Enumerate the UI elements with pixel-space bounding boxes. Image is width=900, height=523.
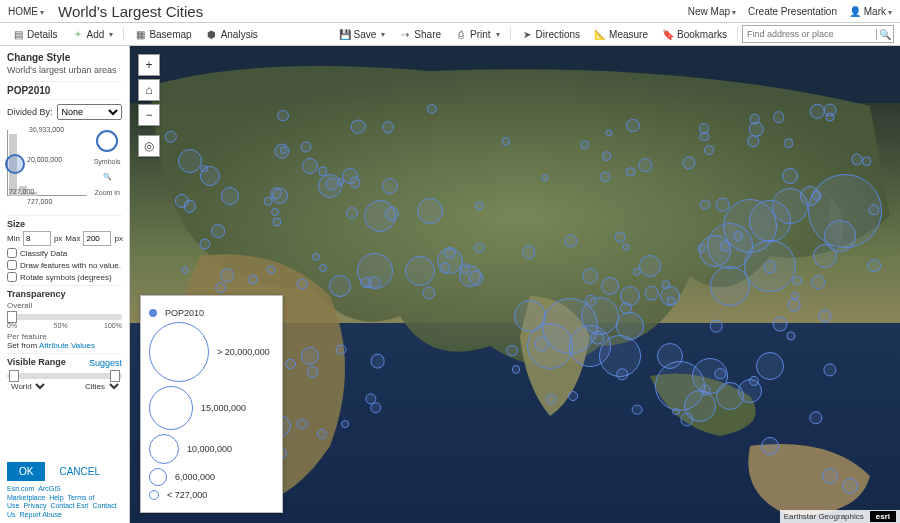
- city-symbol[interactable]: [320, 264, 328, 272]
- city-symbol[interactable]: [748, 135, 760, 147]
- city-symbol[interactable]: [267, 265, 276, 274]
- city-symbol[interactable]: [302, 158, 318, 174]
- zoom-home-button[interactable]: ⌂: [138, 79, 160, 101]
- city-symbol[interactable]: [632, 404, 643, 415]
- city-symbol[interactable]: [661, 280, 671, 290]
- city-symbol[interactable]: [590, 330, 605, 345]
- city-symbol[interactable]: [644, 285, 659, 300]
- city-symbol[interactable]: [615, 232, 626, 243]
- zoom-out-button[interactable]: −: [138, 104, 160, 126]
- city-symbol[interactable]: [784, 139, 794, 149]
- city-symbol[interactable]: [811, 275, 825, 289]
- city-symbol[interactable]: [826, 113, 835, 122]
- city-symbol[interactable]: [264, 197, 273, 206]
- city-symbol[interactable]: [368, 276, 381, 289]
- city-symbol[interactable]: [639, 158, 653, 172]
- details-button[interactable]: ▤Details: [6, 26, 64, 42]
- size-histogram[interactable]: 36,933,000 20,000,000 727,000 727,000 Sy…: [7, 126, 122, 206]
- city-symbol[interactable]: [788, 299, 801, 312]
- city-symbol[interactable]: [822, 468, 838, 484]
- directions-button[interactable]: ➤Directions: [515, 26, 586, 42]
- city-symbol[interactable]: [601, 277, 619, 295]
- city-symbol[interactable]: [639, 255, 661, 277]
- size-min-input[interactable]: [23, 231, 51, 246]
- city-symbol[interactable]: [512, 365, 520, 373]
- city-symbol[interactable]: [275, 144, 290, 159]
- city-symbol[interactable]: [867, 259, 881, 273]
- create-presentation-link[interactable]: Create Presentation: [748, 6, 837, 17]
- city-symbol[interactable]: [700, 385, 711, 396]
- symbols-button[interactable]: [96, 130, 118, 152]
- locate-button[interactable]: ◎: [138, 135, 160, 157]
- city-symbol[interactable]: [772, 316, 787, 331]
- city-symbol[interactable]: [715, 368, 727, 380]
- map-canvas[interactable]: + ⌂ − ◎ POP2010 > 20,000,000 15,000,000 …: [130, 46, 900, 523]
- transparency-slider[interactable]: [7, 314, 122, 320]
- city-symbol[interactable]: [370, 354, 385, 369]
- attribute-values-link[interactable]: Attribute Values: [39, 341, 95, 350]
- city-symbol[interactable]: [719, 241, 730, 252]
- bookmarks-button[interactable]: 🔖Bookmarks: [656, 26, 733, 42]
- city-symbol[interactable]: [201, 165, 209, 173]
- city-symbol[interactable]: [271, 208, 279, 216]
- measure-button[interactable]: 📐Measure: [588, 26, 654, 42]
- save-button[interactable]: 💾Save: [333, 26, 392, 42]
- city-symbol[interactable]: [329, 275, 351, 297]
- city-symbol[interactable]: [672, 408, 680, 416]
- city-symbol[interactable]: [750, 114, 761, 125]
- city-symbol[interactable]: [862, 157, 872, 167]
- city-symbol[interactable]: [221, 187, 239, 205]
- city-symbol[interactable]: [346, 207, 358, 219]
- city-symbol[interactable]: [341, 420, 349, 428]
- new-map-link[interactable]: New Map: [688, 6, 736, 17]
- city-symbol[interactable]: [616, 368, 628, 380]
- city-symbol[interactable]: [444, 246, 457, 259]
- city-symbol[interactable]: [710, 320, 723, 333]
- visible-range-slider[interactable]: [7, 373, 122, 379]
- city-symbol[interactable]: [301, 141, 312, 152]
- home-link[interactable]: HOME: [8, 6, 44, 17]
- city-symbol[interactable]: [602, 152, 612, 162]
- city-symbol[interactable]: [200, 239, 211, 250]
- print-button[interactable]: ⎙Print: [449, 26, 506, 42]
- zoom-in-icon[interactable]: 🔍: [101, 171, 113, 183]
- city-symbol[interactable]: [546, 394, 556, 404]
- user-menu[interactable]: 👤 Mark: [849, 5, 892, 17]
- city-symbol[interactable]: [417, 198, 443, 224]
- city-symbol[interactable]: [382, 178, 398, 194]
- city-symbol[interactable]: [277, 110, 289, 122]
- classify-checkbox[interactable]: [7, 248, 17, 258]
- share-button[interactable]: ⇢Share: [393, 26, 447, 42]
- city-symbol[interactable]: [761, 437, 779, 455]
- city-symbol[interactable]: [301, 347, 319, 365]
- city-symbol[interactable]: [700, 199, 711, 210]
- city-symbol[interactable]: [514, 300, 546, 332]
- city-symbol[interactable]: [616, 312, 644, 340]
- city-symbol[interactable]: [522, 246, 536, 260]
- city-symbol[interactable]: [622, 243, 629, 250]
- city-symbol[interactable]: [782, 168, 798, 184]
- visible-max-select[interactable]: Cities: [81, 381, 122, 392]
- city-symbol[interactable]: [326, 177, 339, 190]
- city-symbol[interactable]: [733, 231, 743, 241]
- city-symbol[interactable]: [756, 352, 784, 380]
- city-symbol[interactable]: [568, 391, 578, 401]
- city-symbol[interactable]: [704, 145, 714, 155]
- visible-min-select[interactable]: World: [7, 381, 48, 392]
- size-max-input[interactable]: [83, 231, 111, 246]
- city-symbol[interactable]: [620, 302, 632, 314]
- city-symbol[interactable]: [534, 337, 549, 352]
- city-symbol[interactable]: [773, 111, 785, 123]
- search-box[interactable]: 🔍: [742, 25, 894, 43]
- draw-null-checkbox[interactable]: [7, 260, 17, 270]
- city-symbol[interactable]: [336, 344, 347, 355]
- city-symbol[interactable]: [307, 367, 319, 379]
- city-symbol[interactable]: [405, 256, 435, 286]
- city-symbol[interactable]: [812, 190, 823, 201]
- city-symbol[interactable]: [715, 198, 730, 213]
- ok-button[interactable]: OK: [7, 462, 45, 481]
- city-symbol[interactable]: [220, 269, 234, 283]
- city-symbol[interactable]: [813, 244, 837, 268]
- city-symbol[interactable]: [351, 119, 366, 134]
- zoom-in-button[interactable]: +: [138, 54, 160, 76]
